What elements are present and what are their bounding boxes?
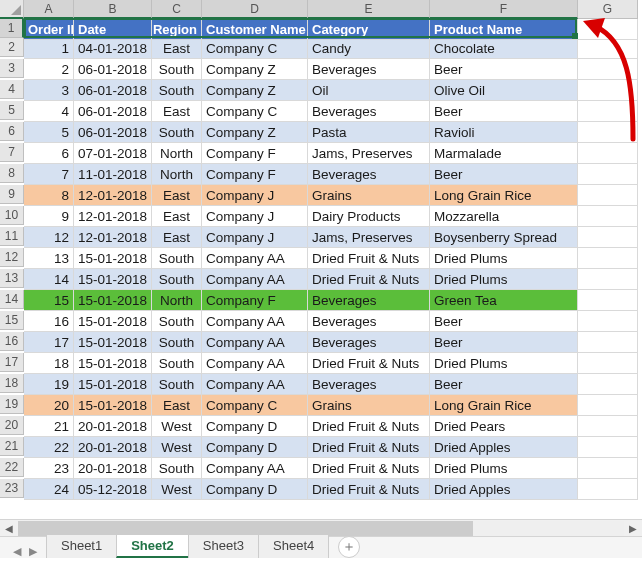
cell-region[interactable]: South	[152, 80, 202, 101]
cell-region[interactable]: South	[152, 332, 202, 353]
cell-category[interactable]: Beverages	[308, 374, 430, 395]
row-handle[interactable]: 7	[0, 143, 24, 162]
row-handle[interactable]: 4	[0, 80, 24, 99]
cell-region[interactable]: East	[152, 185, 202, 206]
cell-date[interactable]: 12-01-2018	[74, 206, 152, 227]
row-handle[interactable]: 15	[0, 311, 24, 330]
cell-category[interactable]: Dried Fruit & Nuts	[308, 458, 430, 479]
cell-region[interactable]: North	[152, 290, 202, 311]
cell-category[interactable]: Dried Fruit & Nuts	[308, 479, 430, 500]
spreadsheet-grid[interactable]: A B C D E F G 1 Order ID Date Region Cus…	[0, 0, 578, 500]
cell-region[interactable]: East	[152, 38, 202, 59]
cell-empty[interactable]	[578, 416, 638, 437]
select-all-corner[interactable]	[0, 0, 24, 19]
row-handle[interactable]: 6	[0, 122, 24, 141]
col-header-C[interactable]: C	[152, 0, 202, 19]
header-date[interactable]: Date	[74, 19, 152, 40]
cell-customer[interactable]: Company C	[202, 101, 308, 122]
header-customer[interactable]: Customer Name	[202, 19, 308, 40]
cell-region[interactable]: South	[152, 311, 202, 332]
cell-category[interactable]: Dried Fruit & Nuts	[308, 416, 430, 437]
col-header-G[interactable]: G	[578, 0, 638, 19]
cell-customer[interactable]: Company AA	[202, 374, 308, 395]
cell-customer[interactable]: Company Z	[202, 122, 308, 143]
cell-product[interactable]: Chocolate	[430, 38, 578, 59]
row-handle[interactable]: 19	[0, 395, 24, 414]
cell-customer[interactable]: Company AA	[202, 353, 308, 374]
cell-region[interactable]: West	[152, 479, 202, 500]
sheet-tab-sheet1[interactable]: Sheet1	[46, 534, 117, 558]
cell-product[interactable]: Dried Plums	[430, 458, 578, 479]
cell-date[interactable]: 12-01-2018	[74, 185, 152, 206]
sheet-tab-sheet4[interactable]: Sheet4	[258, 534, 329, 558]
sheet-tab-sheet3[interactable]: Sheet3	[188, 534, 259, 558]
cell-region[interactable]: North	[152, 143, 202, 164]
cell-order-id[interactable]: 23	[24, 458, 74, 479]
cell-customer[interactable]: Company D	[202, 416, 308, 437]
cell-empty[interactable]	[578, 248, 638, 269]
cell-customer[interactable]: Company F	[202, 164, 308, 185]
cell-empty[interactable]	[578, 122, 638, 143]
cell-category[interactable]: Beverages	[308, 311, 430, 332]
row-handle[interactable]: 8	[0, 164, 24, 183]
cell-product[interactable]: Mozzarella	[430, 206, 578, 227]
cell-customer[interactable]: Company AA	[202, 458, 308, 479]
row-handle[interactable]: 17	[0, 353, 24, 372]
cell-product[interactable]: Dried Pears	[430, 416, 578, 437]
cell-category[interactable]: Beverages	[308, 290, 430, 311]
row-handle[interactable]: 18	[0, 374, 24, 393]
cell-category[interactable]: Jams, Preserves	[308, 227, 430, 248]
cell-empty[interactable]	[578, 143, 638, 164]
cell-empty[interactable]	[578, 38, 638, 59]
cell-customer[interactable]: Company F	[202, 143, 308, 164]
cell-product[interactable]: Dried Plums	[430, 353, 578, 374]
cell-date[interactable]: 07-01-2018	[74, 143, 152, 164]
cell-date[interactable]: 11-01-2018	[74, 164, 152, 185]
cell-order-id[interactable]: 20	[24, 395, 74, 416]
cell-date[interactable]: 06-01-2018	[74, 80, 152, 101]
cell-customer[interactable]: Company D	[202, 437, 308, 458]
row-handle[interactable]: 14	[0, 290, 24, 309]
cell-empty[interactable]	[578, 332, 638, 353]
cell-date[interactable]: 20-01-2018	[74, 458, 152, 479]
cell-empty[interactable]	[578, 269, 638, 290]
row-handle[interactable]: 21	[0, 437, 24, 456]
cell-order-id[interactable]: 2	[24, 59, 74, 80]
tab-prev-icon[interactable]: ◀	[10, 545, 24, 558]
cell-order-id[interactable]: 14	[24, 269, 74, 290]
cell-order-id[interactable]: 24	[24, 479, 74, 500]
cell-product[interactable]: Beer	[430, 59, 578, 80]
cell-product[interactable]: Beer	[430, 374, 578, 395]
cell-date[interactable]: 04-01-2018	[74, 38, 152, 59]
cell-date[interactable]: 15-01-2018	[74, 269, 152, 290]
row-handle[interactable]: 13	[0, 269, 24, 288]
cell-product[interactable]: Boysenberry Spread	[430, 227, 578, 248]
cell-customer[interactable]: Company AA	[202, 269, 308, 290]
cell-customer[interactable]: Company J	[202, 185, 308, 206]
row-handle[interactable]: 5	[0, 101, 24, 120]
sheet-tab-sheet2[interactable]: Sheet2	[116, 534, 189, 558]
cell-region[interactable]: West	[152, 416, 202, 437]
cell-region[interactable]: South	[152, 269, 202, 290]
row-handle[interactable]: 20	[0, 416, 24, 435]
cell-date[interactable]: 06-01-2018	[74, 59, 152, 80]
cell-product[interactable]: Dried Apples	[430, 479, 578, 500]
cell-empty[interactable]	[578, 59, 638, 80]
col-header-F[interactable]: F	[430, 0, 578, 19]
cell-region[interactable]: East	[152, 206, 202, 227]
cell-date[interactable]: 15-01-2018	[74, 395, 152, 416]
cell-product[interactable]: Dried Apples	[430, 437, 578, 458]
cell-product[interactable]: Beer	[430, 164, 578, 185]
cell-empty[interactable]	[578, 353, 638, 374]
cell-empty[interactable]	[578, 101, 638, 122]
cell-product[interactable]: Olive Oil	[430, 80, 578, 101]
cell-customer[interactable]: Company F	[202, 290, 308, 311]
cell-order-id[interactable]: 6	[24, 143, 74, 164]
cell-empty[interactable]	[578, 164, 638, 185]
cell-date[interactable]: 20-01-2018	[74, 437, 152, 458]
cell-product[interactable]: Dried Plums	[430, 269, 578, 290]
cell-customer[interactable]: Company J	[202, 206, 308, 227]
cell-date[interactable]: 15-01-2018	[74, 332, 152, 353]
cell-category[interactable]: Oil	[308, 80, 430, 101]
cell-region[interactable]: South	[152, 248, 202, 269]
